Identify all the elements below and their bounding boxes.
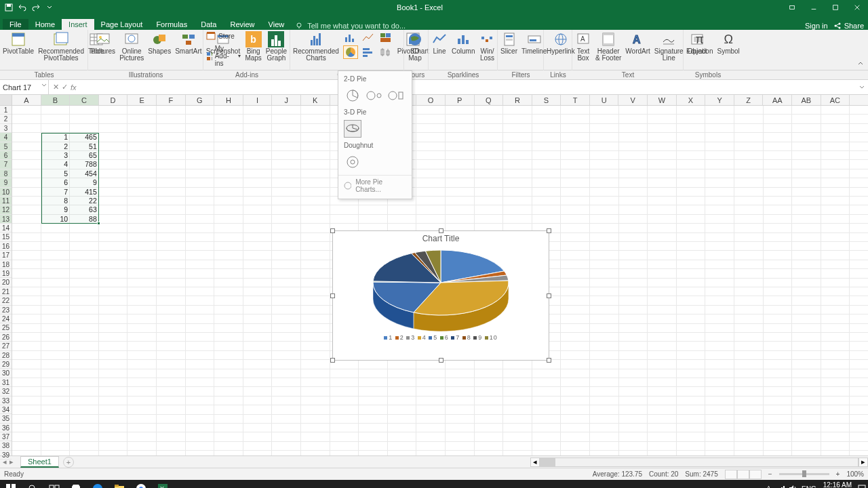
column-header[interactable]: I	[243, 95, 273, 105]
tray-network-icon[interactable]	[774, 480, 787, 488]
tray-volume-icon[interactable]	[787, 480, 799, 488]
slicer-button[interactable]: Slicer	[500, 31, 517, 55]
chart-handle-n[interactable]	[439, 228, 443, 233]
hyperlink-button[interactable]: Hyperlink	[547, 31, 575, 55]
cell[interactable]: 65	[70, 151, 97, 160]
select-all-button[interactable]	[0, 95, 12, 105]
chart-handle-nw[interactable]	[330, 228, 335, 233]
hscroll-track[interactable]	[540, 458, 859, 467]
row-header[interactable]: 37	[0, 432, 12, 441]
doughnut-option[interactable]	[344, 153, 361, 171]
chart-handle-s[interactable]	[439, 358, 443, 363]
tray-chevron-icon[interactable]: ˄	[762, 480, 774, 488]
cell[interactable]: 9	[70, 178, 97, 187]
row-header[interactable]: 13	[0, 215, 12, 224]
sheet-nav-next-icon[interactable]: ▸	[9, 458, 14, 466]
column-header[interactable]: T	[561, 95, 590, 105]
chart-object[interactable]: Chart Title 1 2 3 4 5 6 7 8 9 10	[332, 230, 549, 361]
row-header[interactable]: 34	[0, 405, 12, 414]
insert-bar-chart-button[interactable]	[361, 45, 376, 59]
chart-handle-w[interactable]	[330, 293, 335, 298]
tab-insert[interactable]: Insert	[62, 19, 94, 30]
column-header[interactable]: C	[70, 95, 99, 105]
enter-formula-icon[interactable]: ✓	[62, 83, 68, 92]
row-header[interactable]: 24	[0, 314, 12, 323]
new-sheet-button[interactable]: +	[63, 457, 74, 468]
minimize-icon[interactable]	[803, 0, 825, 15]
symbol-button[interactable]: ΩSymbol	[717, 31, 739, 55]
cell[interactable]: 9	[41, 205, 68, 214]
column-header[interactable]: A	[12, 95, 41, 105]
sparkline-line-button[interactable]: Line	[431, 31, 448, 55]
tab-view[interactable]: View	[262, 19, 292, 30]
row-header[interactable]: 16	[0, 242, 12, 251]
cell[interactable]: 51	[70, 142, 97, 151]
zoom-out-button[interactable]: −	[768, 470, 772, 478]
column-header[interactable]: E	[127, 95, 157, 105]
tab-home[interactable]: Home	[28, 19, 62, 30]
normal-view-button[interactable]	[725, 470, 737, 479]
tray-language[interactable]: ENG	[799, 480, 819, 488]
row-header[interactable]: 3	[0, 124, 12, 133]
row-header[interactable]: 30	[0, 369, 12, 378]
column-header[interactable]: V	[618, 95, 648, 105]
cell[interactable]: 63	[70, 205, 97, 214]
cell[interactable]: 3	[41, 151, 68, 160]
legend-item[interactable]: 1	[384, 334, 395, 341]
tab-data[interactable]: Data	[194, 19, 223, 30]
store-button[interactable]: Store	[206, 31, 241, 41]
fx-icon[interactable]: fx	[71, 83, 77, 92]
legend-item[interactable]: 3	[406, 334, 418, 341]
fill-handle[interactable]	[97, 222, 100, 225]
row-header[interactable]: 19	[0, 269, 12, 278]
task-view-icon[interactable]	[43, 480, 65, 488]
header-footer-button[interactable]: Header & Footer	[595, 31, 621, 62]
equation-button[interactable]: πEquation	[686, 31, 713, 55]
zoom-in-button[interactable]: +	[836, 470, 840, 478]
sign-in-link[interactable]: Sign in	[805, 22, 828, 30]
column-header[interactable]: J	[272, 95, 301, 105]
legend-item[interactable]: 8	[462, 334, 474, 341]
chart-handle-e[interactable]	[547, 293, 551, 298]
cell[interactable]: 10	[41, 215, 68, 224]
recommended-pivottables-button[interactable]: Recommended PivotTables	[38, 31, 84, 62]
name-box[interactable]: Chart 17	[0, 80, 49, 95]
tab-formulas[interactable]: Formulas	[149, 19, 194, 30]
redo-icon[interactable]	[31, 3, 41, 12]
sheet-nav-prev-icon[interactable]: ◂	[3, 458, 7, 466]
tell-me-box[interactable]: Tell me what you want to do...	[295, 22, 406, 30]
row-header[interactable]: 15	[0, 232, 12, 241]
cell[interactable]: 1	[41, 133, 68, 142]
cell[interactable]: 4	[41, 160, 68, 169]
collapse-ribbon-icon[interactable]	[856, 59, 865, 68]
tab-file[interactable]: File	[3, 19, 28, 30]
cell[interactable]: 415	[70, 188, 97, 197]
insert-pie-chart-button[interactable]	[343, 45, 358, 59]
taskbar-edge-icon[interactable]	[87, 480, 108, 488]
taskbar-file-explorer-icon[interactable]	[108, 480, 130, 488]
column-header[interactable]: AA	[763, 95, 792, 105]
bing-maps-button[interactable]: bBing Maps	[245, 31, 261, 62]
chart-handle-se[interactable]	[547, 358, 551, 363]
column-header[interactable]: R	[503, 95, 532, 105]
cell[interactable]: 88	[70, 215, 97, 224]
tray-notifications-icon[interactable]	[856, 480, 868, 488]
column-header[interactable]: G	[186, 95, 215, 105]
cell[interactable]: 6	[41, 178, 68, 187]
column-header[interactable]: AC	[821, 95, 850, 105]
share-button[interactable]: Share	[833, 22, 864, 30]
column-header[interactable]: Y	[705, 95, 734, 105]
pie-3d-option[interactable]	[344, 120, 361, 138]
page-break-view-button[interactable]	[749, 470, 762, 479]
column-header[interactable]: D	[99, 95, 128, 105]
chart-handle-ne[interactable]	[547, 228, 551, 233]
chart-handle-sw[interactable]	[330, 358, 335, 363]
worksheet-grid[interactable]: 1234567891011121314151617181920212223242…	[0, 106, 868, 455]
zoom-knob[interactable]	[802, 470, 806, 477]
cell[interactable]: 2	[41, 142, 68, 151]
cell[interactable]: 465	[70, 133, 97, 142]
taskbar-excel-icon[interactable]: X	[152, 480, 174, 488]
pictures-button[interactable]: Pictures	[91, 31, 115, 55]
row-header[interactable]: 27	[0, 342, 12, 350]
column-header[interactable]: X	[677, 95, 706, 105]
